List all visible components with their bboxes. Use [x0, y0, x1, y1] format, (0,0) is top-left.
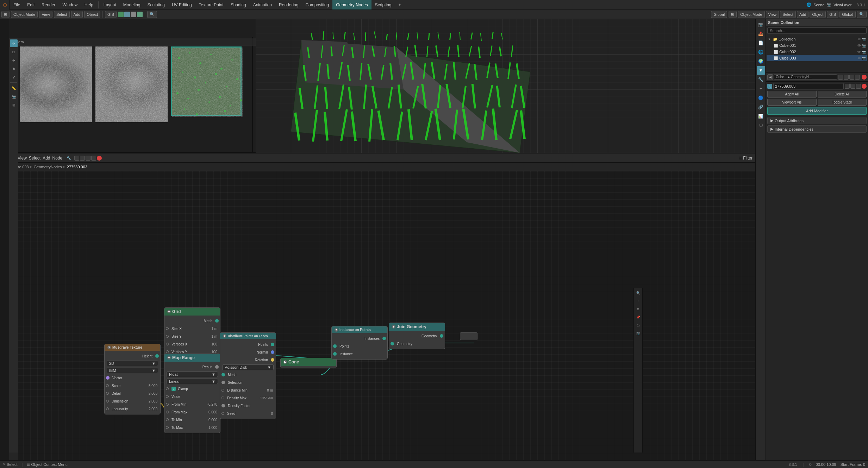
modifier-icon-2[interactable] — [850, 84, 855, 89]
workspace-scripting[interactable]: Scripting — [371, 0, 395, 10]
toolbar2-search[interactable]: 🔍 — [857, 11, 867, 18]
toolbar2-add[interactable]: Add — [797, 11, 809, 18]
map-range-tomin-value[interactable]: 0.000 — [208, 418, 217, 422]
musgrave-dim-value[interactable]: 2.000 — [149, 399, 157, 403]
cursor-tool[interactable]: ⊹ — [10, 39, 18, 47]
vis-eye-cube001[interactable]: 👁 — [857, 44, 861, 48]
modifier-icon-3[interactable] — [856, 84, 861, 89]
node-right-btn-1[interactable]: 🔍 — [635, 289, 642, 297]
props-particles-icon[interactable]: ✦ — [757, 85, 765, 93]
workspace-animation[interactable]: Animation — [250, 0, 275, 10]
move-tool[interactable]: ✛ — [10, 56, 18, 64]
musgrave-type-dropdown[interactable]: fBM ▼ — [107, 368, 158, 373]
camera-tool[interactable]: 📷 — [10, 93, 18, 100]
grid-vertx-value[interactable]: 100 — [211, 342, 217, 346]
breadcrumb-modifier[interactable]: GeometryNodes — [34, 165, 62, 169]
musgrave-detail-value[interactable]: 2.000 — [149, 392, 157, 395]
node-join-geometry[interactable]: ▼ Join Geometry Geometry Geometry — [389, 323, 445, 349]
rotate-tool[interactable]: ↻ — [10, 65, 18, 73]
workspace-uv-editing[interactable]: UV Editing — [168, 0, 195, 10]
props-world-icon[interactable]: 🌍 — [757, 57, 765, 65]
add-modifier-btn[interactable]: Add Modifier — [767, 107, 867, 115]
toolbar2-object-mode[interactable]: Object Mode — [738, 11, 764, 18]
node-right-btn-4[interactable]: 📌 — [635, 314, 642, 321]
output-attributes-section[interactable]: ▶ Output Attributes — [768, 117, 866, 124]
viewport-divider[interactable] — [252, 37, 253, 152]
workspace-sculpting[interactable]: Sculpting — [144, 0, 168, 10]
collection-item-collection[interactable]: ▼ 📁 Collection 👁 📷 — [767, 36, 867, 42]
map-range-float-dropdown[interactable]: Float ▼ — [167, 372, 218, 377]
toolbar-color-4[interactable] — [137, 12, 143, 17]
menu-help[interactable]: Help — [81, 0, 97, 10]
workspace-add[interactable]: + — [395, 0, 405, 10]
musgrave-dimension-dropdown[interactable]: 2D ▼ — [107, 361, 158, 366]
grid-sizex-value[interactable]: 1 m — [211, 327, 217, 331]
toolbar2-gis[interactable]: GIS — [827, 11, 838, 18]
toolbar-global[interactable]: Global — [711, 11, 727, 18]
menu-file[interactable]: File — [10, 0, 24, 10]
props-view-layer-icon[interactable]: 📄 — [757, 39, 765, 47]
texture-preview-3-selected[interactable] — [171, 46, 242, 116]
props-modifier-icon[interactable]: 🔧 — [757, 75, 765, 84]
menu-window[interactable]: Window — [59, 0, 81, 10]
toolbar-search[interactable]: 🔍 — [147, 11, 157, 18]
menu-edit[interactable]: Edit — [24, 0, 38, 10]
toolbar-add[interactable]: Add — [71, 11, 83, 18]
props-history-back[interactable]: ◀ — [767, 74, 773, 80]
node-right-btn-2[interactable]: ↕ — [635, 298, 642, 305]
node-close-btn[interactable] — [97, 156, 102, 161]
toolbar2-editor-type[interactable]: ⊞ — [729, 11, 737, 18]
toolbar-object[interactable]: Object — [84, 11, 100, 18]
toolbar2-select[interactable]: Select — [780, 11, 796, 18]
map-range-collapse[interactable]: ▼ — [167, 356, 171, 360]
node-view-btn[interactable]: View — [18, 156, 27, 161]
scene-search-input[interactable] — [767, 27, 867, 34]
node-right-btn-6[interactable]: 📷 — [635, 330, 642, 337]
toolbar2-view[interactable]: View — [766, 11, 779, 18]
toolbar-view[interactable]: View — [39, 11, 52, 18]
node-btn-1[interactable] — [74, 156, 79, 161]
modifier-close-btn[interactable] — [862, 84, 867, 89]
instance-collapse[interactable]: ▼ — [335, 328, 338, 332]
vis-render-cube003[interactable]: 📷 — [862, 56, 866, 60]
vis-eye-cube003[interactable]: 👁 — [857, 56, 861, 60]
node-distribute-points[interactable]: ▼ Distribute Points on Faces Points Norm… — [220, 332, 276, 419]
map-range-clamp-checkbox[interactable]: ✓ — [171, 387, 176, 391]
toolbar-editor-type[interactable]: ⊞ — [1, 11, 10, 18]
map-range-tomax-value[interactable]: 1.000 — [208, 426, 217, 430]
toolbar2-object[interactable]: Object — [810, 11, 826, 18]
grid-verty-value[interactable]: 100 — [211, 350, 217, 354]
scale-tool[interactable]: ⤢ — [10, 73, 18, 81]
map-range-frommin-value[interactable]: -0.270 — [207, 403, 217, 406]
grid-sizey-value[interactable]: 1 m — [211, 335, 217, 338]
node-btn-3[interactable] — [86, 156, 90, 161]
toggle-stack-btn[interactable]: Toggle Stack — [818, 99, 867, 106]
props-constraints-icon[interactable]: 🔗 — [757, 103, 765, 111]
map-range-frommax-value[interactable]: 0.060 — [208, 410, 217, 414]
distribute-distmin-value[interactable]: 0 m — [267, 388, 273, 392]
cone-collapse[interactable]: ▶ — [283, 360, 287, 364]
node-node-btn[interactable]: Node — [52, 156, 63, 161]
node-filter-btn[interactable]: Filter — [743, 156, 753, 161]
map-range-linear-dropdown[interactable]: Linear ▼ — [167, 379, 218, 384]
node-right-btn-5[interactable]: 🗂 — [635, 322, 642, 329]
vis-render-icon-collection[interactable]: 📷 — [862, 37, 866, 41]
props-render-icon[interactable]: 📷 — [757, 20, 765, 29]
props-scene-icon[interactable]: 🌐 — [757, 48, 765, 56]
toolbar-gis[interactable]: GIS — [105, 11, 117, 18]
node-select-btn[interactable]: Select — [29, 156, 40, 161]
toolbar-object-mode[interactable]: Object Mode — [11, 11, 38, 18]
vis-eye-cube002[interactable]: 👁 — [857, 50, 861, 54]
distribute-densmax-value[interactable]: 3527.700 — [260, 396, 273, 400]
measure-tool[interactable]: 📏 — [10, 84, 18, 92]
grid-tool[interactable]: ⊞ — [10, 101, 18, 109]
node-canvas[interactable]: ▼ Musgrave Texture Height 2D ▼ — [9, 171, 755, 460]
grid-collapse[interactable]: ▼ — [167, 310, 171, 313]
distribute-mode-dropdown[interactable]: Poisson Disk ▼ — [222, 364, 274, 370]
internal-dependencies-section[interactable]: ▶ Internal Dependencies — [768, 126, 866, 132]
props-btn-1[interactable] — [838, 75, 843, 80]
musgrave-lac-value[interactable]: 2.000 — [149, 407, 157, 411]
musgrave-scale-value[interactable]: 5.000 — [149, 384, 157, 388]
workspace-texture-paint[interactable]: Texture Paint — [195, 0, 227, 10]
props-data-icon[interactable]: 📊 — [757, 112, 765, 120]
